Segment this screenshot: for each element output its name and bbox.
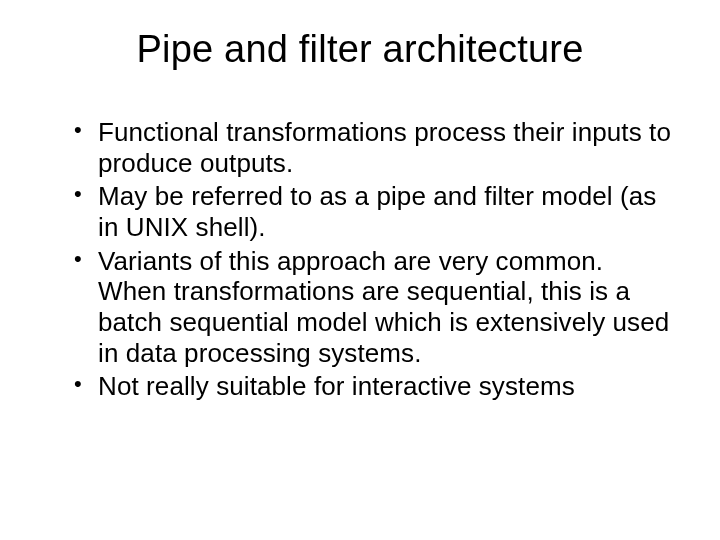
bullet-item: Not really suitable for interactive syst…	[74, 371, 672, 402]
bullet-item: May be referred to as a pipe and filter …	[74, 181, 672, 242]
slide-title: Pipe and filter architecture	[48, 28, 672, 71]
bullet-item: Functional transformations process their…	[74, 117, 672, 178]
slide-body: Functional transformations process their…	[48, 117, 672, 402]
slide: Pipe and filter architecture Functional …	[0, 0, 720, 540]
bullet-item: Variants of this approach are very commo…	[74, 246, 672, 369]
